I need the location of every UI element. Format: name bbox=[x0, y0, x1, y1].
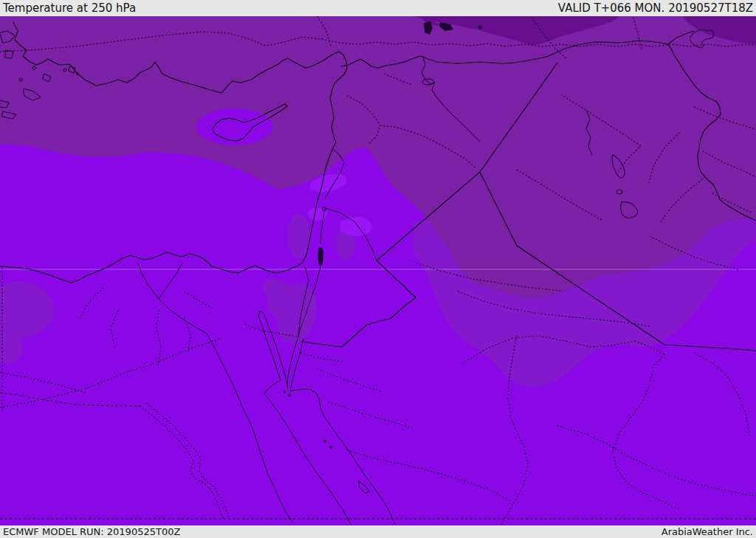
model-run-label: ECMWF MODEL RUN: 20190525T00Z bbox=[3, 526, 180, 537]
header-bar: Temperature at 250 hPa VALID T+066 MON. … bbox=[0, 0, 756, 16]
branding-label: ArabiaWeather Inc. bbox=[662, 526, 753, 537]
footer-bar: ECMWF MODEL RUN: 20190525T00Z ArabiaWeat… bbox=[0, 525, 756, 538]
valid-time-label: VALID T+066 MON. 20190527T18Z bbox=[558, 1, 753, 15]
temp-region-warm-cyprus-patch bbox=[196, 108, 273, 145]
map-title: Temperature at 250 hPa bbox=[3, 1, 136, 15]
weather-map-canvas bbox=[0, 0, 756, 538]
